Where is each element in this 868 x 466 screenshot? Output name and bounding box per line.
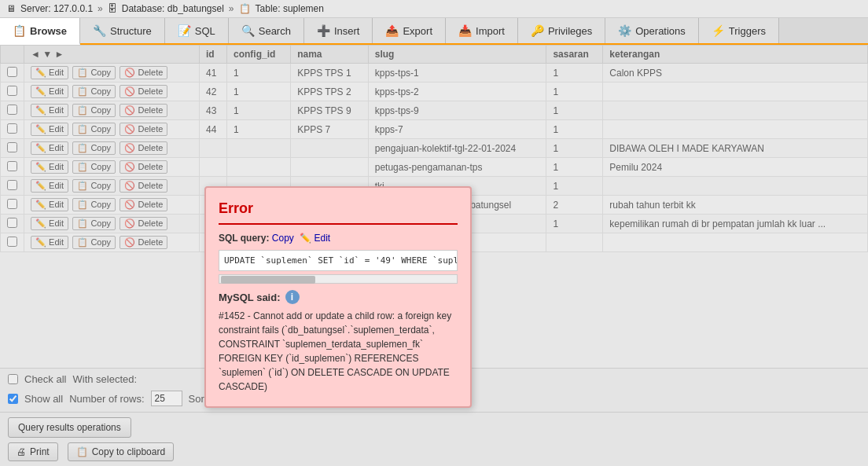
tab-insert[interactable]: ➕ Insert: [304, 18, 373, 43]
tab-privileges[interactable]: 🔑 Privileges: [518, 18, 605, 43]
tab-insert-label: Insert: [334, 25, 360, 37]
tab-sql[interactable]: 📝 SQL: [165, 18, 229, 43]
database-icon: 🗄: [108, 3, 117, 14]
tab-privileges-label: Privileges: [548, 25, 592, 37]
tab-export-label: Export: [403, 25, 432, 37]
tab-triggers[interactable]: ⚡ Triggers: [699, 18, 779, 43]
tab-search[interactable]: 🔍 Search: [229, 18, 304, 43]
error-query-text: UPDATE `suplemen` SET `id` = '49' WHERE …: [224, 255, 458, 266]
tab-browse-label: Browse: [30, 25, 67, 37]
edit-pencil-icon: ✏️: [300, 233, 311, 244]
tab-structure-label: Structure: [110, 25, 152, 37]
main-container: 🖥 Server: 127.0.0.1 » 🗄 Database: db_bat…: [0, 0, 868, 466]
triggers-icon: ⚡: [712, 24, 725, 37]
operations-icon: ⚙️: [618, 24, 631, 37]
tab-operations-label: Operations: [635, 25, 686, 37]
error-overlay: Error SQL query: Copy ✏️ Edit UPDATE `su…: [0, 45, 868, 466]
tab-import[interactable]: 📥 Import: [446, 18, 518, 43]
info-icon[interactable]: i: [285, 290, 300, 304]
server-text: Server: 127.0.0.1: [20, 3, 93, 14]
error-message: #1452 - Cannot add or update a child row…: [219, 309, 458, 394]
tab-import-label: Import: [476, 25, 505, 37]
content-area: ◄ ▼ ► id config_id nama slug sasaran ket…: [0, 45, 868, 466]
error-sql-line: SQL query: Copy ✏️ Edit: [219, 233, 458, 244]
search-icon: 🔍: [241, 24, 255, 37]
tab-search-label: Search: [259, 25, 291, 37]
tab-bar: 📋 Browse 🔧 Structure 📝 SQL 🔍 Search ➕ In…: [0, 18, 868, 45]
server-icon: 🖥: [6, 3, 16, 14]
mysql-said: MySQL said: i: [219, 290, 458, 304]
error-scrollbar-thumb[interactable]: [221, 276, 315, 284]
table-icon: 📋: [239, 3, 251, 14]
tab-export[interactable]: 📤 Export: [373, 18, 446, 43]
mysql-said-label: MySQL said:: [219, 292, 281, 303]
export-icon: 📤: [385, 24, 399, 37]
tab-browse[interactable]: 📋 Browse: [0, 18, 80, 45]
title-bar: 🖥 Server: 127.0.0.1 » 🗄 Database: db_bat…: [0, 0, 868, 18]
error-copy-link[interactable]: Copy: [272, 233, 294, 244]
tab-sql-label: SQL: [195, 25, 215, 37]
browse-icon: 📋: [13, 24, 26, 37]
tab-triggers-label: Triggers: [729, 25, 766, 37]
table-text: Table: suplemen: [256, 3, 324, 14]
insert-icon: ➕: [317, 24, 330, 37]
error-box: Error SQL query: Copy ✏️ Edit UPDATE `su…: [204, 186, 472, 408]
database-text: Database: db_batungsel: [122, 3, 224, 14]
error-sql-label: SQL query:: [219, 233, 269, 244]
privileges-icon: 🔑: [531, 24, 544, 37]
error-query-box: UPDATE `suplemen` SET `id` = '49' WHERE …: [219, 250, 458, 271]
sql-icon: 📝: [178, 24, 191, 37]
error-edit-link[interactable]: ✏️ Edit: [300, 233, 330, 244]
import-icon: 📥: [458, 24, 472, 37]
error-title: Error: [219, 200, 458, 225]
tab-structure[interactable]: 🔧 Structure: [80, 18, 165, 43]
tab-operations[interactable]: ⚙️ Operations: [605, 18, 699, 43]
error-scrollbar[interactable]: [219, 274, 458, 284]
structure-icon: 🔧: [93, 24, 106, 37]
